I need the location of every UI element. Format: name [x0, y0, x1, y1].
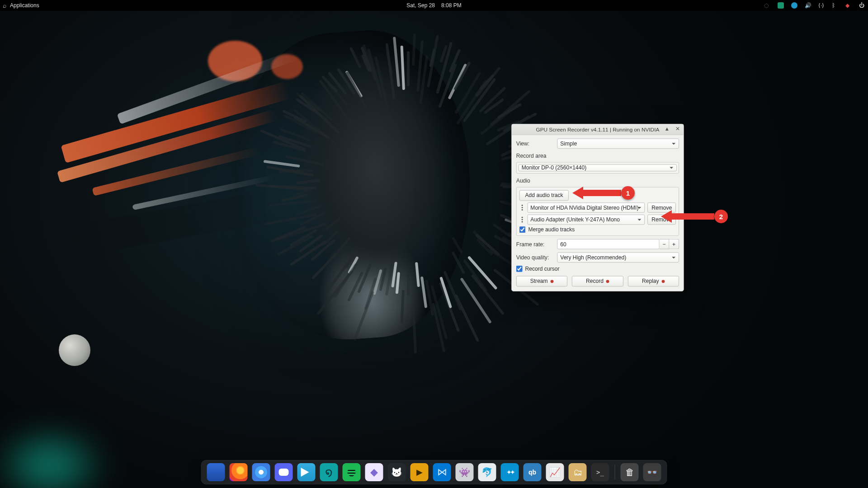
dock-separator [615, 465, 615, 480]
replay-button[interactable]: Replay [627, 276, 679, 287]
video-quality-label: Video quality: [516, 254, 554, 261]
frame-rate-decrement[interactable]: − [660, 239, 670, 249]
dock-app-firefox[interactable] [230, 463, 248, 481]
dock-app-discord[interactable] [275, 463, 293, 481]
dock-app-term[interactable] [591, 463, 609, 481]
drag-handle-icon[interactable] [519, 217, 525, 223]
status-dot-icon [551, 280, 554, 283]
dock-app-vscode[interactable] [433, 463, 451, 481]
merge-audio-checkbox-label: Merge audio tracks [528, 226, 575, 233]
record-area-select[interactable]: Monitor DP-0 (2560×1440) [519, 164, 677, 172]
volume-icon[interactable]: 🔊 [805, 2, 811, 9]
tray-icon-green[interactable] [778, 2, 784, 9]
dock-app-telegram[interactable] [297, 463, 316, 481]
dock-app-eth[interactable] [365, 463, 383, 481]
dock-app-github[interactable] [388, 463, 406, 481]
bluetooth-icon[interactable]: ᛒ [832, 2, 838, 9]
desktop-wallpaper [0, 0, 868, 488]
dock [201, 460, 667, 484]
dock-app-nemo[interactable] [569, 463, 587, 481]
clock-date[interactable]: Sat, Sep 28 [406, 2, 435, 9]
annotation-number-2: 2 [714, 210, 728, 223]
frame-rate-input[interactable]: 60 [557, 239, 659, 249]
audio-label: Audio [516, 178, 679, 184]
annotation-number-1: 1 [621, 186, 635, 200]
annotation-arrow-2: 2 [655, 210, 728, 223]
window-close-button[interactable]: ✕ [675, 126, 681, 132]
stream-button[interactable]: Stream [516, 276, 567, 287]
gpu-screen-recorder-window: GPU Screen Recorder v4.1.11 | Running on… [511, 124, 684, 291]
dock-app-gsr[interactable] [643, 463, 661, 481]
status-dot-icon [606, 280, 609, 283]
video-quality-select[interactable]: Very High (Recommended) [557, 252, 679, 263]
record-button[interactable]: Record [572, 276, 623, 287]
window-minimize-button[interactable]: ▲ [664, 126, 670, 132]
power-icon[interactable]: ⏻ [859, 2, 865, 9]
dock-app-plex[interactable] [410, 463, 429, 481]
view-label: View: [516, 141, 554, 147]
dock-app-chromium[interactable] [252, 463, 270, 481]
audio-track-row: Monitor of HDA NVidia Digital Stereo (HD… [519, 202, 676, 213]
dock-app-qbit[interactable] [524, 463, 542, 481]
dock-app-spotify[interactable] [343, 463, 361, 481]
clock-time[interactable]: 8:08 PM [441, 2, 462, 9]
audio-device-select-1[interactable]: Audio Adapter (Unitek Y-247A) Mono [527, 215, 645, 225]
frame-rate-increment[interactable]: + [669, 239, 679, 249]
notifications-icon[interactable]: ◆ [845, 2, 852, 9]
frame-rate-label: Frame rate: [516, 241, 554, 247]
dock-app-dolphin[interactable] [478, 463, 496, 481]
drag-handle-icon[interactable] [519, 205, 525, 211]
record-cursor-checkbox[interactable]: Record cursor [516, 266, 679, 272]
applications-menu[interactable]: Applications [10, 2, 39, 9]
record-cursor-checkbox-label: Record cursor [525, 266, 560, 272]
audio-track-row: Audio Adapter (Unitek Y-247A) Mono Remov… [519, 215, 676, 225]
view-select[interactable]: Simple [557, 138, 679, 149]
top-panel: Applications Sat, Sep 28 8:08 PM ◌ 🔊 ⟨·⟩… [0, 0, 868, 11]
dock-app-retro[interactable] [456, 463, 474, 481]
search-icon[interactable] [3, 2, 6, 9]
add-audio-track-button[interactable]: Add audio track [519, 190, 569, 201]
dock-app-trash[interactable] [621, 463, 639, 481]
window-titlebar[interactable]: GPU Screen Recorder v4.1.11 | Running on… [512, 124, 684, 135]
dock-app-files[interactable] [207, 463, 225, 481]
status-dot-icon [662, 280, 665, 283]
window-title: GPU Screen Recorder v4.1.11 | Running on… [536, 126, 659, 132]
tray-icon-telegram[interactable] [791, 2, 797, 9]
display-icon[interactable]: ⟨·⟩ [818, 2, 825, 9]
dock-app-vm[interactable] [546, 463, 564, 481]
dock-app-syncthing[interactable] [501, 463, 519, 481]
dock-app-swirl[interactable] [320, 463, 338, 481]
audio-device-select-0[interactable]: Monitor of HDA NVidia Digital Stereo (HD… [527, 202, 645, 213]
tray-icon-gray[interactable]: ◌ [764, 2, 770, 9]
annotation-arrow-1: 1 [566, 186, 635, 200]
merge-audio-checkbox[interactable]: Merge audio tracks [519, 226, 676, 233]
record-area-label: Record area [516, 153, 679, 159]
